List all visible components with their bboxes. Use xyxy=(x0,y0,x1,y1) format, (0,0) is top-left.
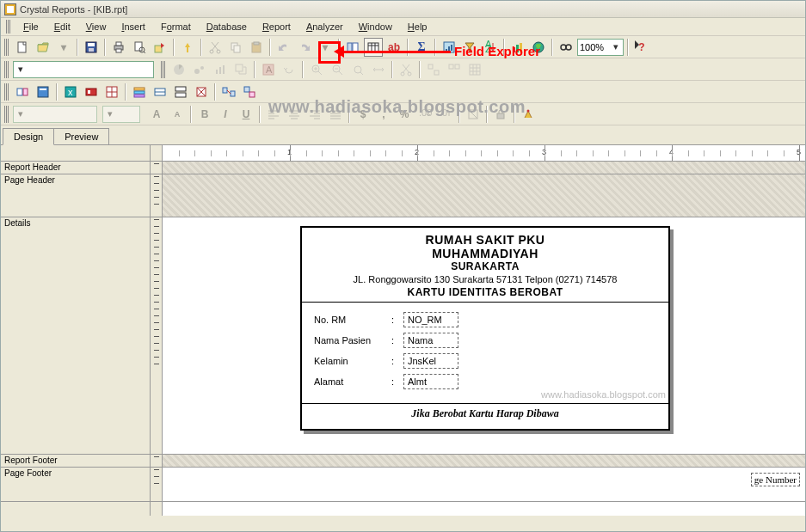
find-icon[interactable] xyxy=(557,38,575,57)
menu-edit[interactable]: Edit xyxy=(47,20,77,34)
highlight-expert-icon[interactable] xyxy=(519,105,538,124)
export-icon[interactable] xyxy=(151,38,169,57)
chart-expert-icon[interactable] xyxy=(508,38,527,57)
menu-database[interactable]: Database xyxy=(200,20,254,34)
card-row-field[interactable]: JnsKel xyxy=(403,353,458,369)
menu-help[interactable]: Help xyxy=(401,20,434,34)
verify-db-icon[interactable] xyxy=(240,83,259,101)
grip-handle[interactable] xyxy=(6,20,11,34)
new-icon[interactable] xyxy=(13,38,32,57)
grip-handle[interactable] xyxy=(4,39,9,56)
zoom-in-icon[interactable] xyxy=(307,60,326,79)
section-details[interactable]: Details xyxy=(1,217,150,455)
insert-summary-icon[interactable]: Σ xyxy=(412,38,431,57)
grip-handle[interactable] xyxy=(4,61,9,78)
report-expert-icon[interactable] xyxy=(440,38,458,57)
field-icon[interactable] xyxy=(34,83,52,101)
open-icon[interactable] xyxy=(34,38,52,57)
card-row-field[interactable]: Nama xyxy=(403,333,458,348)
grip-handle[interactable] xyxy=(161,61,166,78)
undo-icon[interactable] xyxy=(274,38,293,57)
band-page-footer[interactable]: ge Number xyxy=(163,468,805,502)
db-expert-icon[interactable] xyxy=(13,83,32,101)
grip-handle[interactable] xyxy=(4,83,9,101)
grid-icon[interactable] xyxy=(465,60,484,79)
card-footer[interactable]: Jika Berobat Kartu Harap Dibawa xyxy=(302,404,668,424)
page-number-field[interactable]: ge Number xyxy=(751,473,800,486)
highlight-a-icon[interactable]: A xyxy=(259,60,278,79)
toggle-group-tree-icon[interactable] xyxy=(343,38,362,57)
section-page-footer[interactable]: Page Footer xyxy=(1,468,150,502)
card-line2[interactable]: MUHAMMADIYAH xyxy=(311,247,660,260)
card-line1[interactable]: RUMAH SAKIT PKU xyxy=(311,233,660,247)
map-expert-icon[interactable] xyxy=(529,38,548,57)
font-dropdown[interactable]: ▾ xyxy=(13,106,97,123)
sort-icon[interactable]: AZ xyxy=(481,38,500,57)
menu-view[interactable]: View xyxy=(79,20,114,34)
increase-decimal-icon[interactable]: .00 xyxy=(415,105,434,124)
thousands-icon[interactable]: , xyxy=(374,105,393,124)
split-section-icon[interactable] xyxy=(171,83,190,101)
align-center-icon[interactable] xyxy=(285,105,304,124)
underline-icon[interactable]: U xyxy=(237,105,255,124)
group-icon[interactable] xyxy=(424,60,443,79)
save-icon[interactable] xyxy=(82,38,101,57)
band-report-header[interactable] xyxy=(163,162,805,174)
align-right-icon[interactable] xyxy=(305,105,324,124)
lock-format-icon[interactable] xyxy=(491,105,510,124)
design-canvas[interactable]: 12345 RUMAH SAKIT PKU MUHAMMADIYAH SURAK… xyxy=(163,145,805,516)
menu-window[interactable]: Window xyxy=(352,20,399,34)
insert-section-icon[interactable] xyxy=(151,83,169,101)
card-address[interactable]: JL. Ronggowarsito 130 Surakarta 57131 Te… xyxy=(311,274,660,284)
bubble-chart-icon[interactable] xyxy=(190,60,209,79)
rotate-icon[interactable] xyxy=(280,60,298,79)
menu-analyzer[interactable]: Analyzer xyxy=(299,20,350,34)
italic-icon[interactable]: I xyxy=(216,105,235,124)
section-expert-icon[interactable] xyxy=(130,83,149,101)
paste-icon[interactable] xyxy=(247,38,266,57)
font-grow-icon[interactable]: A xyxy=(147,105,166,124)
section-page-header[interactable]: Page Header xyxy=(1,174,150,217)
percent-icon[interactable]: % xyxy=(395,105,414,124)
detach-chart-icon[interactable] xyxy=(231,60,250,79)
zoom-reset-icon[interactable] xyxy=(348,60,367,79)
zoom-dropdown[interactable]: 100%▾ xyxy=(577,39,624,56)
card-row-field[interactable]: NO_RM xyxy=(403,312,458,327)
link-tables-icon[interactable] xyxy=(219,83,238,101)
menu-insert[interactable]: Insert xyxy=(114,20,152,34)
menu-file[interactable]: File xyxy=(16,20,46,34)
print-preview-icon[interactable] xyxy=(130,38,149,57)
align-justify-icon[interactable] xyxy=(326,105,345,124)
open-dropdown-icon[interactable]: ▾ xyxy=(54,38,73,57)
band-page-header[interactable] xyxy=(163,174,805,217)
currency-icon[interactable]: $ xyxy=(354,105,372,124)
menu-format[interactable]: Format xyxy=(154,20,198,34)
tab-design[interactable]: Design xyxy=(3,128,54,145)
copy-icon[interactable] xyxy=(226,38,245,57)
card-row-label[interactable]: No. RM xyxy=(314,315,391,325)
zoom-out-icon[interactable] xyxy=(328,60,347,79)
formula-icon[interactable]: x xyxy=(61,83,80,101)
menu-report[interactable]: Report xyxy=(255,20,298,34)
field-explorer-icon[interactable] xyxy=(364,38,383,57)
insert-text-icon[interactable]: ab xyxy=(385,38,403,57)
cut2-icon[interactable] xyxy=(397,60,415,79)
print-icon[interactable] xyxy=(109,38,128,57)
cut-icon[interactable] xyxy=(206,38,225,57)
crosstab-icon[interactable] xyxy=(102,83,121,101)
ungroup-icon[interactable] xyxy=(445,60,464,79)
refresh-icon[interactable] xyxy=(178,38,197,57)
section-report-footer[interactable]: Report Footer xyxy=(1,455,150,468)
font-shrink-icon[interactable]: A xyxy=(168,105,187,124)
redo-icon[interactable] xyxy=(295,38,314,57)
bar-chart-icon[interactable] xyxy=(211,60,230,79)
fontsize-dropdown[interactable]: ▾ xyxy=(102,106,140,123)
card-row-field[interactable]: Almt xyxy=(403,374,458,389)
card-subtitle[interactable]: KARTU IDENTITAS BEROBAT xyxy=(311,286,660,298)
olap-icon[interactable] xyxy=(82,83,101,101)
grip-handle[interactable] xyxy=(4,106,9,123)
help-icon[interactable]: ? xyxy=(632,38,651,57)
fit-width-icon[interactable] xyxy=(369,60,388,79)
delete-section-icon[interactable] xyxy=(192,83,211,101)
card-line3[interactable]: SURAKARTA xyxy=(311,260,660,272)
